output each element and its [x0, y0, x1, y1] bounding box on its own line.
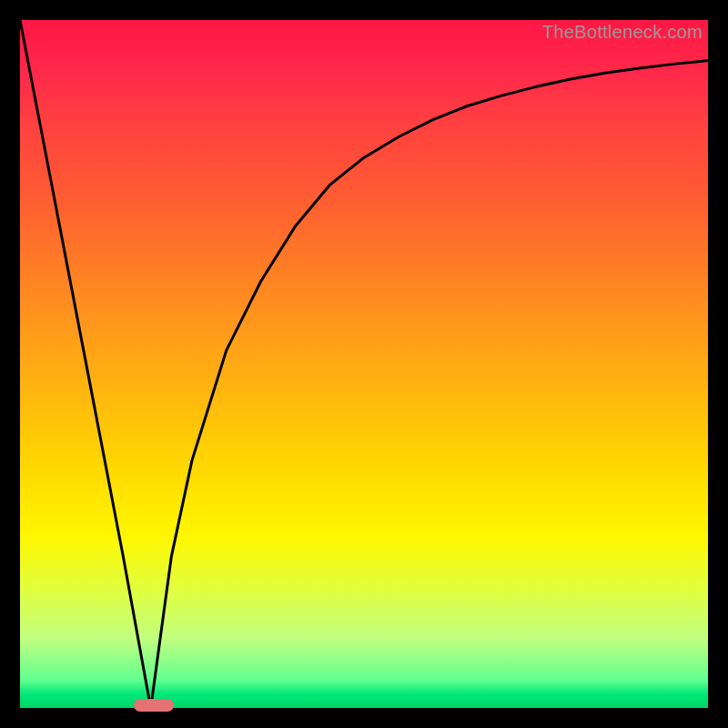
chart-container: TheBottleneck.com	[0, 0, 728, 728]
plot-area: TheBottleneck.com	[20, 20, 708, 708]
bottleneck-curve	[20, 20, 708, 708]
curve-layer	[20, 20, 708, 708]
optimal-marker	[134, 699, 174, 712]
